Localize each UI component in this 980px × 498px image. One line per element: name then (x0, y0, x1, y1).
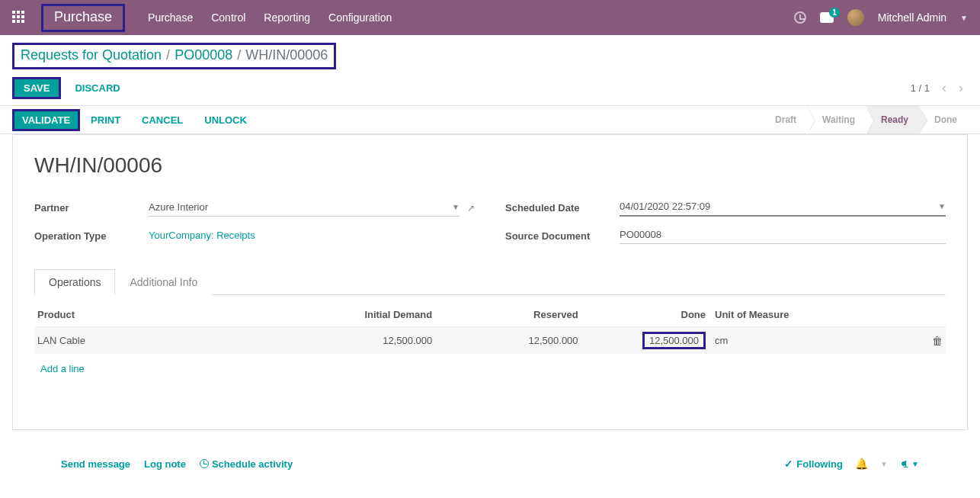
label-operation-type: Operation Type (34, 230, 149, 242)
followers-caret-icon[interactable]: ▼ (911, 460, 919, 468)
brand-title: Purchase (41, 4, 125, 32)
breadcrumb-rfq[interactable]: Requests for Quotation (21, 47, 162, 63)
menu-configuration[interactable]: Configuration (328, 11, 392, 24)
status-draft[interactable]: Draft (760, 106, 807, 133)
cell-done[interactable]: 12,500.000 (581, 327, 709, 355)
pager-next-icon[interactable]: › (954, 79, 968, 98)
avatar[interactable] (847, 9, 864, 26)
scheduled-date-dropdown-icon[interactable]: ▼ (938, 202, 946, 210)
menu-control[interactable]: Control (211, 11, 245, 24)
tab-additional-info[interactable]: Additional Info (115, 269, 212, 295)
label-source-document: Source Document (505, 230, 620, 242)
col-done: Done (581, 303, 709, 327)
label-scheduled-date: Scheduled Date (505, 202, 620, 214)
status-steps: Draft Waiting Ready Done (760, 106, 968, 133)
discard-button[interactable]: Discard (66, 78, 129, 98)
operation-type-value: YourCompany: Receipts (149, 228, 475, 243)
breadcrumb-sep: / (237, 47, 241, 63)
user-menu-caret-icon[interactable]: ▼ (960, 14, 968, 22)
form-sheet: WH/IN/00006 Partner Azure Interior ▼ ↗ O… (12, 134, 968, 430)
chat-badge: 1 (829, 8, 840, 18)
breadcrumb-sep: / (166, 47, 170, 63)
edit-buttons-row: Save Discard 1 / 1 ‹ › (0, 72, 980, 105)
delete-line-icon[interactable]: 🗑 (932, 335, 943, 347)
cell-reserved: 12,500.000 (435, 327, 581, 355)
breadcrumb-po[interactable]: PO00008 (175, 47, 232, 63)
follow-options-caret-icon[interactable]: ▼ (880, 460, 888, 468)
breadcrumb-current: WH/IN/00006 (245, 47, 328, 63)
scheduled-date-value: 04/01/2020 22:57:09 (620, 199, 934, 214)
cell-product: LAN Cable (34, 327, 290, 355)
source-document-value: PO00008 (620, 227, 946, 242)
user-name[interactable]: Mitchell Admin (878, 11, 946, 24)
label-partner: Partner (34, 202, 149, 214)
send-message-button[interactable]: Send message (61, 458, 130, 470)
form-col-left: Partner Azure Interior ▼ ↗ Operation Typ… (34, 199, 475, 244)
menu-purchase[interactable]: Purchase (148, 11, 193, 24)
table-row[interactable]: LAN Cable 12,500.000 12,500.000 12,500.0… (34, 327, 946, 355)
add-line-link[interactable]: Add a line (37, 358, 88, 379)
record-title: WH/IN/00006 (34, 153, 946, 178)
chatter-right: ✓ Following 🔔 ▼ 1 ▼ (784, 458, 919, 470)
operations-table: Product Initial Demand Reserved Done Uni… (34, 303, 946, 384)
tab-operations[interactable]: Operations (34, 269, 115, 295)
breadcrumb-row: Requests for Quotation / PO00008 / WH/IN… (0, 35, 980, 72)
log-note-button[interactable]: Log note (144, 458, 186, 470)
print-button[interactable]: Print (80, 110, 131, 130)
breadcrumb: Requests for Quotation / PO00008 / WH/IN… (12, 43, 336, 69)
tabs: Operations Additional Info (34, 268, 946, 295)
menu-reporting[interactable]: Reporting (264, 11, 310, 24)
operation-type-field[interactable]: YourCompany: Receipts (149, 228, 475, 244)
clock-icon (200, 459, 209, 468)
col-uom: Unit of Measure (709, 303, 891, 327)
partner-external-link-icon[interactable]: ↗ (467, 203, 475, 214)
schedule-activity-label: Schedule activity (212, 458, 293, 470)
cancel-button[interactable]: Cancel (131, 110, 194, 130)
pager-prev-icon[interactable]: ‹ (937, 79, 951, 98)
cell-uom: cm (709, 327, 891, 355)
pager: 1 / 1 ‹ › (911, 79, 968, 98)
form-grid: Partner Azure Interior ▼ ↗ Operation Typ… (34, 199, 946, 244)
following-button[interactable]: ✓ Following (784, 458, 843, 470)
top-menu: Purchase Control Reporting Configuration (148, 11, 392, 24)
followers-button[interactable]: 1 ▼ (900, 458, 919, 470)
cell-initial-demand: 12,500.000 (290, 327, 435, 355)
topbar: Purchase Purchase Control Reporting Conf… (0, 0, 980, 35)
partner-field[interactable]: Azure Interior ▼ (149, 200, 460, 217)
save-button[interactable]: Save (12, 77, 61, 99)
chat-button[interactable]: 1 (820, 12, 834, 23)
unlock-button[interactable]: Unlock (194, 110, 258, 130)
sheet-wrap: WH/IN/00006 Partner Azure Interior ▼ ↗ O… (0, 134, 980, 445)
form-col-right: Scheduled Date 04/01/2020 22:57:09 ▼ Sou… (505, 199, 946, 244)
action-buttons: Validate Print Cancel Unlock (12, 106, 258, 133)
done-input[interactable]: 12,500.000 (642, 332, 706, 349)
bell-icon[interactable]: 🔔 (855, 458, 868, 470)
chatter: Send message Log note Schedule activity … (0, 445, 980, 482)
status-waiting[interactable]: Waiting (807, 106, 866, 133)
topbar-right: 1 Mitchell Admin ▼ (794, 9, 968, 26)
activity-clock-icon[interactable] (794, 11, 806, 24)
following-label: Following (796, 458, 843, 470)
schedule-activity-button[interactable]: Schedule activity (200, 458, 293, 470)
col-initial-demand: Initial Demand (290, 303, 435, 327)
col-reserved: Reserved (435, 303, 581, 327)
col-product: Product (34, 303, 290, 327)
pager-text: 1 / 1 (911, 82, 930, 94)
scheduled-date-field[interactable]: 04/01/2020 22:57:09 ▼ (620, 199, 946, 217)
check-icon: ✓ (784, 458, 793, 470)
statusbar: Validate Print Cancel Unlock Draft Waiti… (0, 105, 980, 134)
source-document-field[interactable]: PO00008 (620, 227, 946, 244)
partner-value: Azure Interior (149, 200, 447, 214)
validate-button[interactable]: Validate (12, 109, 80, 131)
apps-icon[interactable] (12, 11, 26, 24)
partner-dropdown-icon[interactable]: ▼ (452, 203, 460, 211)
